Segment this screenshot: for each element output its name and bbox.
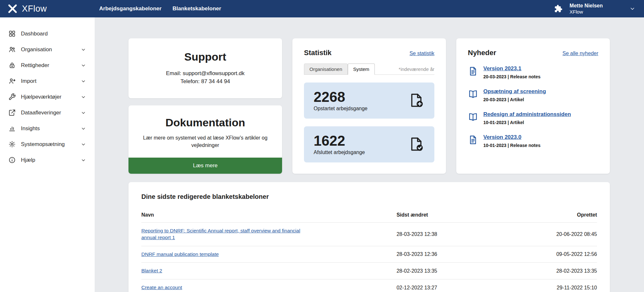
- stat-value: 1622: [314, 133, 365, 148]
- chevron-down-icon: [80, 47, 86, 53]
- table-row: Blanket 2 28-02-2023 13:35 28-02-2023 13…: [141, 263, 597, 279]
- chevron-down-icon: [80, 110, 86, 116]
- news-list: Version 2023.1 20-03-2023 | Release note…: [468, 65, 598, 148]
- statistics-note: *indeværende år: [399, 66, 434, 74]
- sidebar-item-hjaelp[interactable]: Hjælp: [0, 152, 95, 168]
- sidebar-item-import[interactable]: Import: [0, 73, 95, 89]
- news-item-link[interactable]: Version 2023.1: [483, 65, 521, 72]
- stat-box: 1622 Afsluttet arbejdsgange: [304, 126, 434, 162]
- user-menu[interactable]: Mette Nielsen XFlow: [570, 3, 603, 15]
- template-link[interactable]: Blanket 2: [141, 268, 162, 274]
- sidebar-item-hjaelpevaerktoejer[interactable]: Hjælpeværktøjer: [0, 89, 95, 105]
- news-card: Nyheder Se alle nyheder Version 2023.1 2…: [456, 38, 610, 174]
- sidebar-item-label: Hjælpeværktøjer: [21, 94, 75, 100]
- sidebar-item-label: Hjælp: [21, 157, 75, 163]
- sidebar-item-label: Import: [21, 78, 75, 84]
- table-row: DNRF manual publication template 28-03-2…: [141, 246, 597, 263]
- news-item: Opsætning af screening 20-03-2023 | Arti…: [468, 88, 598, 102]
- apps-puzzle-icon[interactable]: [554, 5, 563, 13]
- sidebar-item-label: Dataafleveringer: [21, 110, 75, 116]
- template-link[interactable]: DNRF manual publication template: [141, 251, 219, 258]
- tools-icon: [8, 93, 16, 101]
- support-email: Email: support@xflowsupport.dk: [138, 70, 272, 78]
- template-modified: 28-03-2023 12:36: [396, 246, 510, 263]
- sidebar-item-organisation[interactable]: Organisation: [0, 42, 95, 57]
- sidebar-item-label: Systemopsætning: [21, 141, 75, 148]
- stat-box: 2268 Opstartet arbejdsgange: [304, 83, 434, 119]
- template-modified: 02-12-2022 13:27: [396, 279, 510, 292]
- insights-icon: [8, 125, 16, 132]
- news-item: Version 2023.1 20-03-2023 | Release note…: [468, 65, 598, 79]
- column-header-navn: Navn: [141, 209, 396, 223]
- recent-templates-title: Dine sidste redigerede blanketskabeloner: [141, 193, 597, 200]
- news-item-link[interactable]: Version 2023.0: [483, 134, 521, 141]
- brand[interactable]: XFlow: [0, 3, 95, 14]
- sidebar-item-insights[interactable]: Insights: [0, 121, 95, 136]
- read-more-button[interactable]: Læs mere: [128, 158, 282, 174]
- chevron-down-icon: [80, 141, 86, 147]
- article-icon: [468, 112, 478, 122]
- template-modified: 28-02-2023 13:35: [396, 263, 510, 279]
- news-item-link[interactable]: Redesign af administrationssiden: [483, 111, 571, 118]
- news-item-meta: 10-01-2023 | Artikel: [483, 120, 571, 125]
- info-icon: [8, 156, 16, 164]
- templates-table: Navn Sidst ændret Oprettet Reporting to …: [141, 209, 597, 292]
- chevron-down-icon: [80, 157, 86, 163]
- statistics-tabs: Organisationen System: [304, 63, 375, 74]
- statistics-tabs-row: Organisationen System *indeværende år: [304, 63, 434, 75]
- template-link[interactable]: Reporting to DNRF: Scientific Annual rep…: [141, 228, 302, 241]
- brand-name: XFlow: [22, 4, 47, 14]
- lock-icon: [8, 62, 16, 69]
- chevron-down-icon: [80, 78, 86, 84]
- support-phone: Telefon: 87 34 44 94: [138, 78, 272, 86]
- news-item: Version 2023.0 10-01-2023 | Release note…: [468, 134, 598, 148]
- see-all-news-link[interactable]: Se alle nyheder: [563, 51, 598, 56]
- sidebar-item-label: Insights: [21, 125, 75, 132]
- template-created: 29-11-2022 15:10: [510, 279, 597, 292]
- chevron-down-icon: [80, 126, 86, 131]
- template-created: 20-06-2022 08:45: [510, 222, 597, 246]
- template-modified: 28-03-2023 12:38: [396, 222, 510, 246]
- statistics-boxes: 2268 Opstartet arbejdsgange 1622 Afslutt…: [304, 83, 434, 162]
- sidebar: Dashboard Organisation Rettigheder Impor…: [0, 17, 95, 292]
- stat-value: 2268: [314, 90, 367, 104]
- nav-arbejdsgangskabeloner[interactable]: Arbejdsgangskabeloner: [99, 5, 162, 12]
- stat-label: Opstartet arbejdsgange: [314, 106, 367, 112]
- document-check-icon: [408, 136, 425, 153]
- import-icon: [8, 77, 16, 85]
- dashboard-icon: [8, 30, 16, 37]
- chevron-down-icon[interactable]: [629, 5, 636, 12]
- column-header-oprettet: Oprettet: [510, 209, 597, 223]
- sidebar-item-dashboard[interactable]: Dashboard: [0, 26, 95, 42]
- statistics-title: Statistik: [304, 49, 332, 57]
- sidebar-item-systemopsaetning[interactable]: Systemopsætning: [0, 136, 95, 152]
- sidebar-item-dataafleveringer[interactable]: Dataafleveringer: [0, 105, 95, 121]
- chevron-down-icon: [80, 94, 86, 100]
- export-icon: [8, 109, 16, 116]
- nav-blanketskabeloner[interactable]: Blanketskabeloner: [173, 5, 221, 12]
- news-item-link[interactable]: Opsætning af screening: [483, 88, 546, 95]
- documentation-title: Dokumentation: [140, 116, 270, 129]
- template-created: 09-05-2022 12:56: [510, 246, 597, 263]
- gear-icon: [8, 141, 16, 148]
- template-link[interactable]: Create an account: [141, 284, 182, 291]
- document-add-icon: [408, 92, 425, 109]
- sidebar-item-label: Rettigheder: [21, 62, 75, 69]
- release-notes-icon: [468, 135, 478, 145]
- statistics-tab[interactable]: Organisationen: [304, 63, 348, 75]
- sidebar-item-label: Dashboard: [21, 31, 75, 37]
- news-item-meta: 10-01-2023 | Release notes: [483, 143, 540, 148]
- recent-templates-card: Dine sidste redigerede blanketskabeloner…: [128, 182, 610, 292]
- table-row: Create an account 02-12-2022 13:27 29-11…: [141, 279, 597, 292]
- topbar-nav: Arbejdsgangskabeloner Blanketskabeloner: [99, 5, 554, 12]
- news-title: Nyheder: [468, 49, 496, 57]
- see-statistics-link[interactable]: Se statistik: [410, 51, 434, 56]
- statistics-tab[interactable]: System: [348, 63, 375, 75]
- user-org: XFlow: [570, 9, 603, 15]
- news-item: Redesign af administrationssiden 10-01-2…: [468, 111, 598, 125]
- xflow-logo-icon: [7, 3, 18, 14]
- sidebar-item-rettigheder[interactable]: Rettigheder: [0, 57, 95, 73]
- news-item-meta: 20-03-2023 | Artikel: [483, 97, 546, 102]
- support-title: Support: [138, 51, 272, 63]
- article-icon: [468, 89, 478, 99]
